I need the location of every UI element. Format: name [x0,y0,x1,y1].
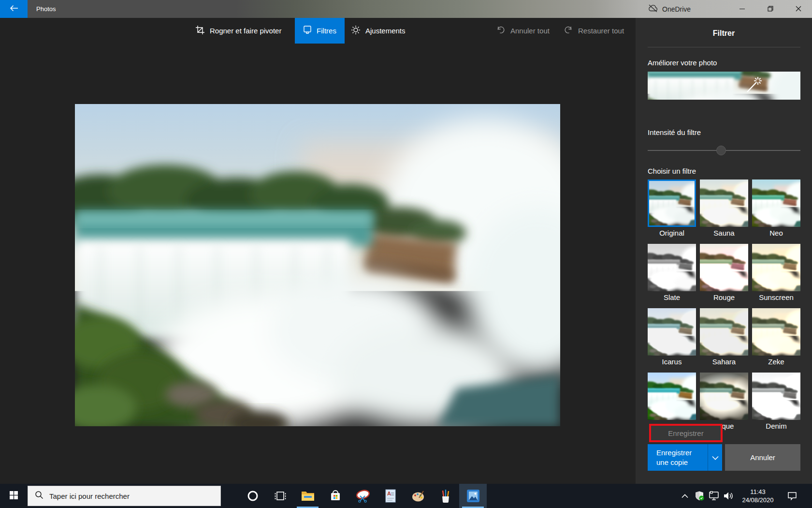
intensity-slider[interactable] [648,146,800,155]
filter-thumbnail[interactable] [752,373,800,420]
brush-cup-icon [439,489,452,503]
filter-option-esque[interactable]: esque [700,373,748,432]
titlebar: Photos OneDrive [0,0,812,18]
snipping-tool-button[interactable] [349,484,377,508]
save-copy-dropdown-button[interactable] [708,444,722,471]
undo-icon [496,25,506,36]
filters-label: Filtres [317,27,336,35]
task-view-icon [275,490,286,502]
network-monitor-icon [708,491,720,501]
store-button[interactable] [321,484,349,508]
clock[interactable]: 11:43 24/08/2020 [736,484,780,508]
defender-tray-icon[interactable] [692,484,707,508]
tray-chevron-button[interactable] [678,484,692,508]
cortana-button[interactable] [239,484,266,508]
minimize-button[interactable] [731,0,754,18]
photos-app-icon [465,488,481,504]
cortana-ring-icon [247,490,259,502]
enhance-photo-thumbnail[interactable] [648,72,800,100]
choose-filter-heading: Choisir un filtre [648,167,696,175]
app-title: Photos [36,0,56,18]
filter-thumbnail[interactable] [752,308,800,356]
close-button[interactable] [787,0,810,18]
svg-text:A: A [387,491,391,496]
filter-thumbnail[interactable] [648,179,696,227]
adjustments-label: Ajustements [365,27,406,35]
filter-option-Neo[interactable]: Neo [752,179,800,239]
filter-thumbnail[interactable] [700,373,748,420]
filter-label: Slate [648,293,696,303]
time: 11:43 [750,488,766,496]
filter-option-Sauna[interactable]: Sauna [700,179,748,239]
paint-button[interactable] [404,484,432,508]
redo-all-button[interactable]: Restaurer tout [557,18,631,44]
action-center-icon [787,491,798,501]
filter-option-Denim[interactable]: Denim [752,373,800,432]
filter-option-Sunscreen[interactable]: Sunscreen [752,244,800,303]
minimize-icon [740,9,745,10]
filters-tab-selected[interactable]: Filtres [295,18,345,44]
filter-thumbnail[interactable] [700,179,748,227]
undo-label: Annuler tout [510,27,550,35]
search-input[interactable] [49,492,209,500]
photo-canvas [75,104,560,426]
back-arrow-icon [10,5,18,14]
photos-app-button-active[interactable] [459,484,487,508]
store-bag-icon [329,489,342,503]
filter-label: Icarus [648,358,696,367]
filter-thumbnail[interactable] [648,373,696,420]
back-button[interactable] [0,0,28,18]
onedrive-label: OneDrive [662,5,691,13]
undo-all-button[interactable]: Annuler tout [489,18,556,44]
shield-check-icon [694,491,705,501]
restore-icon [768,5,773,14]
volume-tray-icon[interactable] [721,484,736,508]
close-icon [796,5,801,14]
filter-option-Icarus[interactable]: Icarus [648,308,696,367]
filter-option-Original[interactable]: Original [648,179,696,239]
save-copy-line1: Enregistrer [656,448,708,458]
filter-thumbnail[interactable] [648,244,696,291]
filter-option-Sahara[interactable]: Sahara [700,308,748,367]
wordpad-button[interactable]: A [377,484,404,508]
filter-label: Sauna [700,229,748,239]
redo-icon [564,25,573,36]
filter-option-unnamed[interactable] [648,373,696,432]
save-copy-button[interactable]: Enregistrer une copie [648,444,708,471]
restore-button[interactable] [759,0,782,18]
network-tray-icon[interactable] [707,484,721,508]
scissors-icon [355,489,371,503]
filters-icon [303,25,312,36]
save-button-highlight-box: Enregistrer [649,424,723,442]
sun-sparkle-icon [351,25,361,36]
document-icon: A [384,489,397,503]
enhance-preview [648,72,800,100]
onedrive-status: OneDrive [648,0,691,18]
cancel-button[interactable]: Annuler [725,444,800,471]
save-button[interactable]: Enregistrer [651,426,721,440]
filter-thumbnail[interactable] [700,308,748,356]
filter-option-Slate[interactable]: Slate [648,244,696,303]
filter-thumbnail[interactable] [752,244,800,291]
intensity-slider-thumb[interactable] [716,146,726,155]
filter-thumbnail[interactable] [752,179,800,227]
action-center-button[interactable] [781,484,803,508]
start-button[interactable] [0,484,28,508]
crop-rotate-button[interactable]: Rogner et faire pivoter [188,18,288,44]
filter-thumbnail[interactable] [648,308,696,356]
filter-label: Zeke [752,358,800,367]
screen: Photos OneDrive Rogner et faire pivoter [0,0,812,508]
filter-option-Rouge[interactable]: Rouge [700,244,748,303]
filter-option-Zeke[interactable]: Zeke [752,308,800,367]
editor-area: Rogner et faire pivoter Filtres Ajusteme… [0,18,636,484]
paint3d-button[interactable] [432,484,459,508]
task-view-button[interactable] [266,484,294,508]
filter-label: Denim [752,422,800,432]
filter-thumbnail[interactable] [700,244,748,291]
adjustments-button[interactable]: Ajustements [344,18,412,44]
speaker-icon [723,491,734,501]
windows-logo-icon [10,491,18,501]
taskbar-search[interactable] [28,486,221,506]
filter-label: Sunscreen [752,293,800,303]
file-explorer-button[interactable] [294,484,321,508]
